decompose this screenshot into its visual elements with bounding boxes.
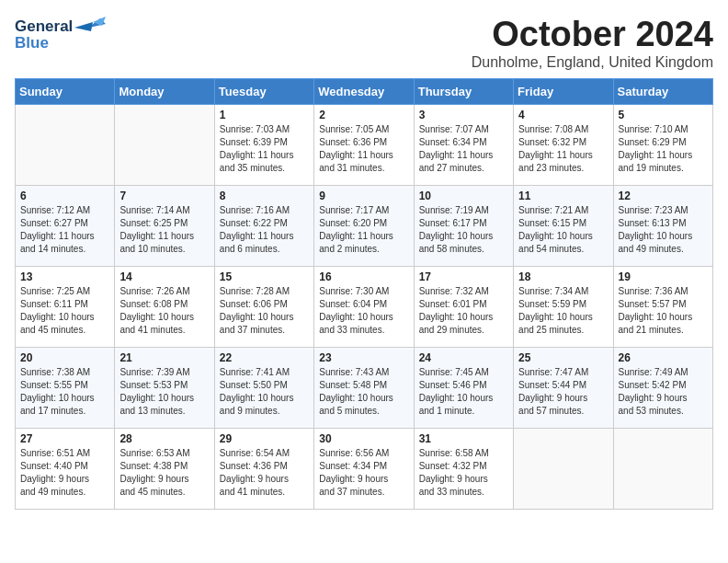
day-number: 23 [319, 351, 408, 364]
cell-content: Sunrise: 7:39 AM Sunset: 5:53 PM Dayligh… [119, 366, 209, 418]
cell-content: Sunrise: 7:14 AM Sunset: 6:25 PM Dayligh… [119, 204, 209, 256]
day-number: 15 [220, 270, 309, 283]
cell-content: Sunrise: 7:16 AM Sunset: 6:22 PM Dayligh… [220, 204, 309, 256]
calendar-cell: 31Sunrise: 6:58 AM Sunset: 4:32 PM Dayli… [414, 429, 513, 510]
calendar-cell: 10Sunrise: 7:19 AM Sunset: 6:17 PM Dayli… [414, 186, 513, 267]
day-number: 19 [619, 270, 708, 283]
day-number: 3 [419, 109, 508, 121]
cell-content: Sunrise: 7:49 AM Sunset: 5:42 PM Dayligh… [619, 366, 708, 418]
calendar-cell: 18Sunrise: 7:34 AM Sunset: 5:59 PM Dayli… [514, 267, 613, 348]
calendar-cell [613, 429, 712, 510]
calendar-cell: 7Sunrise: 7:14 AM Sunset: 6:25 PM Daylig… [115, 186, 214, 267]
calendar-cell: 26Sunrise: 7:49 AM Sunset: 5:42 PM Dayli… [613, 348, 712, 429]
weekday-header-thursday: Thursday [414, 79, 513, 105]
calendar-cell: 12Sunrise: 7:23 AM Sunset: 6:13 PM Dayli… [613, 186, 712, 267]
day-number: 14 [119, 270, 209, 283]
day-number: 6 [20, 190, 109, 202]
calendar-cell: 20Sunrise: 7:38 AM Sunset: 5:55 PM Dayli… [16, 348, 115, 429]
calendar-week-row: 1Sunrise: 7:03 AM Sunset: 6:39 PM Daylig… [16, 105, 713, 186]
weekday-header-friday: Friday [514, 79, 613, 105]
cell-content: Sunrise: 6:58 AM Sunset: 4:32 PM Dayligh… [419, 447, 508, 499]
day-number: 8 [220, 190, 309, 202]
cell-content: Sunrise: 7:26 AM Sunset: 6:08 PM Dayligh… [119, 285, 209, 337]
calendar-cell: 22Sunrise: 7:41 AM Sunset: 5:50 PM Dayli… [214, 348, 313, 429]
cell-content: Sunrise: 7:23 AM Sunset: 6:13 PM Dayligh… [619, 204, 708, 256]
month-title: October 2024 [472, 15, 713, 54]
weekday-header-sunday: Sunday [16, 79, 115, 105]
calendar-table: SundayMondayTuesdayWednesdayThursdayFrid… [15, 78, 713, 510]
cell-content: Sunrise: 7:03 AM Sunset: 6:39 PM Dayligh… [220, 123, 309, 175]
cell-content: Sunrise: 7:17 AM Sunset: 6:20 PM Dayligh… [319, 204, 408, 256]
calendar-week-row: 6Sunrise: 7:12 AM Sunset: 6:27 PM Daylig… [16, 186, 713, 267]
logo: General Blue [15, 15, 106, 52]
weekday-header-tuesday: Tuesday [214, 79, 313, 105]
calendar-cell: 16Sunrise: 7:30 AM Sunset: 6:04 PM Dayli… [314, 267, 414, 348]
calendar-header-row: SundayMondayTuesdayWednesdayThursdayFrid… [16, 79, 713, 105]
calendar-cell: 8Sunrise: 7:16 AM Sunset: 6:22 PM Daylig… [214, 186, 313, 267]
calendar-cell: 1Sunrise: 7:03 AM Sunset: 6:39 PM Daylig… [214, 105, 313, 186]
cell-content: Sunrise: 7:30 AM Sunset: 6:04 PM Dayligh… [319, 285, 408, 337]
day-number: 2 [319, 109, 408, 121]
title-block: October 2024 Dunholme, England, United K… [472, 15, 713, 71]
cell-content: Sunrise: 7:08 AM Sunset: 6:32 PM Dayligh… [518, 123, 608, 175]
calendar-cell: 5Sunrise: 7:10 AM Sunset: 6:29 PM Daylig… [613, 105, 712, 186]
day-number: 16 [319, 270, 408, 283]
cell-content: Sunrise: 7:41 AM Sunset: 5:50 PM Dayligh… [220, 366, 309, 418]
calendar-cell: 9Sunrise: 7:17 AM Sunset: 6:20 PM Daylig… [314, 186, 414, 267]
day-number: 12 [619, 190, 708, 202]
calendar-cell: 2Sunrise: 7:05 AM Sunset: 6:36 PM Daylig… [314, 105, 414, 186]
cell-content: Sunrise: 7:34 AM Sunset: 5:59 PM Dayligh… [518, 285, 608, 337]
day-number: 5 [619, 109, 708, 121]
calendar-cell: 25Sunrise: 7:47 AM Sunset: 5:44 PM Dayli… [514, 348, 613, 429]
calendar-cell: 29Sunrise: 6:54 AM Sunset: 4:36 PM Dayli… [214, 429, 313, 510]
day-number: 25 [518, 351, 608, 364]
logo-general: General [15, 18, 73, 36]
calendar-week-row: 13Sunrise: 7:25 AM Sunset: 6:11 PM Dayli… [16, 267, 713, 348]
cell-content: Sunrise: 7:45 AM Sunset: 5:46 PM Dayligh… [419, 366, 508, 418]
calendar-week-row: 27Sunrise: 6:51 AM Sunset: 4:40 PM Dayli… [16, 429, 713, 510]
cell-content: Sunrise: 7:19 AM Sunset: 6:17 PM Dayligh… [419, 204, 508, 256]
day-number: 11 [518, 190, 608, 202]
calendar-cell [16, 105, 115, 186]
weekday-header-saturday: Saturday [613, 79, 712, 105]
cell-content: Sunrise: 7:47 AM Sunset: 5:44 PM Dayligh… [518, 366, 608, 418]
day-number: 30 [319, 432, 408, 445]
calendar-cell: 13Sunrise: 7:25 AM Sunset: 6:11 PM Dayli… [16, 267, 115, 348]
cell-content: Sunrise: 7:43 AM Sunset: 5:48 PM Dayligh… [319, 366, 408, 418]
calendar-cell: 4Sunrise: 7:08 AM Sunset: 6:32 PM Daylig… [514, 105, 613, 186]
calendar-cell: 3Sunrise: 7:07 AM Sunset: 6:34 PM Daylig… [414, 105, 513, 186]
cell-content: Sunrise: 7:21 AM Sunset: 6:15 PM Dayligh… [518, 204, 608, 256]
day-number: 17 [419, 270, 508, 283]
cell-content: Sunrise: 7:25 AM Sunset: 6:11 PM Dayligh… [20, 285, 109, 337]
day-number: 18 [518, 270, 608, 283]
calendar-cell: 30Sunrise: 6:56 AM Sunset: 4:34 PM Dayli… [314, 429, 414, 510]
day-number: 10 [419, 190, 508, 202]
weekday-header-wednesday: Wednesday [314, 79, 414, 105]
calendar-cell: 27Sunrise: 6:51 AM Sunset: 4:40 PM Dayli… [16, 429, 115, 510]
day-number: 27 [20, 432, 109, 445]
cell-content: Sunrise: 7:32 AM Sunset: 6:01 PM Dayligh… [419, 285, 508, 337]
day-number: 28 [119, 432, 209, 445]
logo-blue: Blue [15, 35, 49, 52]
calendar-cell: 6Sunrise: 7:12 AM Sunset: 6:27 PM Daylig… [16, 186, 115, 267]
logo-bird-icon [74, 15, 106, 39]
calendar-cell: 14Sunrise: 7:26 AM Sunset: 6:08 PM Dayli… [115, 267, 214, 348]
calendar-cell: 11Sunrise: 7:21 AM Sunset: 6:15 PM Dayli… [514, 186, 613, 267]
day-number: 24 [419, 351, 508, 364]
calendar-cell: 28Sunrise: 6:53 AM Sunset: 4:38 PM Dayli… [115, 429, 214, 510]
calendar-week-row: 20Sunrise: 7:38 AM Sunset: 5:55 PM Dayli… [16, 348, 713, 429]
cell-content: Sunrise: 7:28 AM Sunset: 6:06 PM Dayligh… [220, 285, 309, 337]
day-number: 21 [119, 351, 209, 364]
day-number: 22 [220, 351, 309, 364]
day-number: 9 [319, 190, 408, 202]
day-number: 4 [518, 109, 608, 121]
svg-marker-1 [74, 22, 93, 31]
day-number: 7 [119, 190, 209, 202]
cell-content: Sunrise: 6:54 AM Sunset: 4:36 PM Dayligh… [220, 447, 309, 499]
weekday-header-monday: Monday [115, 79, 214, 105]
cell-content: Sunrise: 7:38 AM Sunset: 5:55 PM Dayligh… [20, 366, 109, 418]
cell-content: Sunrise: 6:56 AM Sunset: 4:34 PM Dayligh… [319, 447, 408, 499]
day-number: 26 [619, 351, 708, 364]
cell-content: Sunrise: 7:36 AM Sunset: 5:57 PM Dayligh… [619, 285, 708, 337]
calendar-cell: 15Sunrise: 7:28 AM Sunset: 6:06 PM Dayli… [214, 267, 313, 348]
